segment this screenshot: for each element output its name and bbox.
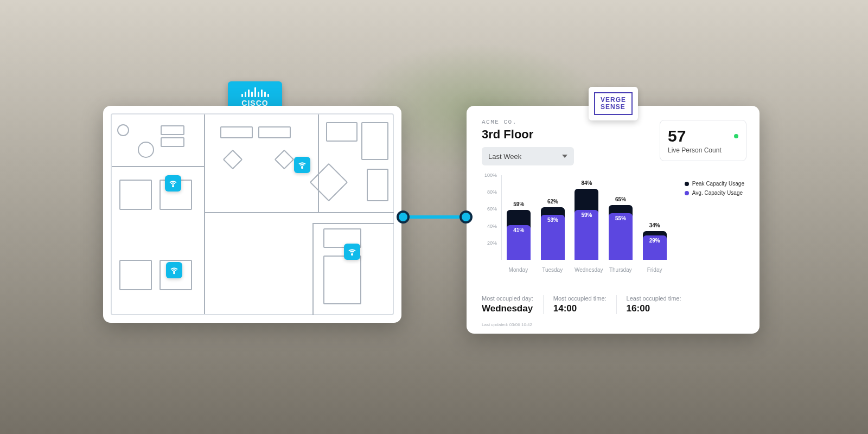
legend-swatch-icon bbox=[685, 182, 689, 186]
connector-node-icon bbox=[459, 210, 473, 224]
floorplan-canvas[interactable] bbox=[111, 113, 394, 315]
x-tick: Monday bbox=[506, 267, 530, 273]
bar-column: 65%55% bbox=[609, 175, 633, 260]
x-tick: Wednesday bbox=[575, 267, 598, 273]
bar-column: 84%59% bbox=[575, 175, 598, 260]
bar-peak-label: 59% bbox=[507, 201, 531, 207]
live-count-label: Live Person Count bbox=[668, 146, 738, 154]
y-tick: 40% bbox=[487, 224, 497, 229]
stat-label: Most occupied time: bbox=[553, 295, 607, 302]
bar-column: 62%53% bbox=[541, 175, 565, 260]
stat-label: Least occupied time: bbox=[627, 295, 681, 302]
bar-avg-label: 53% bbox=[541, 217, 565, 223]
bar-avg-label: 59% bbox=[575, 212, 598, 218]
bar-avg-label: 55% bbox=[609, 215, 633, 221]
x-tick: Friday bbox=[643, 267, 667, 273]
analytics-card: ACME CO. 3rd Floor Last Week 57 Live Per… bbox=[467, 106, 760, 334]
wifi-sensor-icon[interactable] bbox=[294, 157, 310, 173]
bar-avg-label: 29% bbox=[643, 238, 667, 244]
chart-legend: Peak Capacity Usage Avg. Capacity Usage bbox=[685, 181, 744, 199]
bar-peak-label: 84% bbox=[575, 180, 598, 186]
y-tick: 100% bbox=[484, 173, 497, 178]
capacity-bar-chart: 100%80%60%40%20% 59%41%62%53%84%59%65%55… bbox=[482, 175, 672, 273]
stat-value: 16:00 bbox=[627, 303, 681, 314]
svg-point-1 bbox=[302, 167, 303, 168]
summary-stats: Most occupied day: Wednesday Most occupi… bbox=[482, 295, 744, 314]
vergesense-text: SENSE bbox=[601, 104, 626, 111]
live-count-value: 57 bbox=[668, 127, 686, 145]
floorplan-card bbox=[103, 106, 401, 323]
bar-peak-label: 65% bbox=[609, 196, 633, 202]
y-tick: 80% bbox=[487, 189, 497, 195]
stat-label: Most occupied day: bbox=[482, 295, 533, 302]
bar-column: 59%41% bbox=[507, 175, 531, 260]
vergesense-logo-badge: VERGE SENSE bbox=[589, 87, 638, 120]
x-tick: Tuesday bbox=[540, 267, 564, 273]
bar-peak-label: 34% bbox=[643, 222, 667, 228]
cisco-bars-icon bbox=[241, 87, 269, 97]
legend-swatch-icon bbox=[685, 191, 689, 195]
connector-node-icon bbox=[397, 210, 410, 224]
x-tick: Thursday bbox=[609, 267, 633, 273]
live-status-dot-icon bbox=[734, 134, 738, 138]
bar-peak-label: 62% bbox=[541, 199, 565, 205]
stat-value: 14:00 bbox=[553, 303, 607, 314]
legend-peak-label: Peak Capacity Usage bbox=[692, 181, 744, 187]
y-tick: 60% bbox=[487, 206, 497, 212]
last-updated-text: Last updated: 03/06 10:42 bbox=[482, 322, 532, 327]
wifi-sensor-icon[interactable] bbox=[166, 262, 182, 278]
legend-avg-label: Avg. Capacity Usage bbox=[692, 190, 743, 196]
date-range-dropdown[interactable]: Last Week bbox=[482, 147, 574, 165]
stat-value: Wednesday bbox=[482, 303, 533, 314]
chevron-down-icon bbox=[562, 155, 567, 158]
dropdown-value: Last Week bbox=[488, 152, 521, 161]
svg-point-3 bbox=[352, 254, 353, 255]
svg-point-0 bbox=[173, 186, 174, 187]
y-tick: 20% bbox=[487, 240, 497, 246]
bar-column: 34%29% bbox=[643, 175, 667, 260]
wifi-sensor-icon[interactable] bbox=[165, 175, 181, 192]
wifi-sensor-icon[interactable] bbox=[344, 244, 360, 260]
bar-avg-label: 41% bbox=[507, 227, 531, 233]
live-count-box: 57 Live Person Count bbox=[660, 120, 746, 161]
svg-point-2 bbox=[174, 272, 175, 273]
integration-connector bbox=[397, 210, 473, 224]
